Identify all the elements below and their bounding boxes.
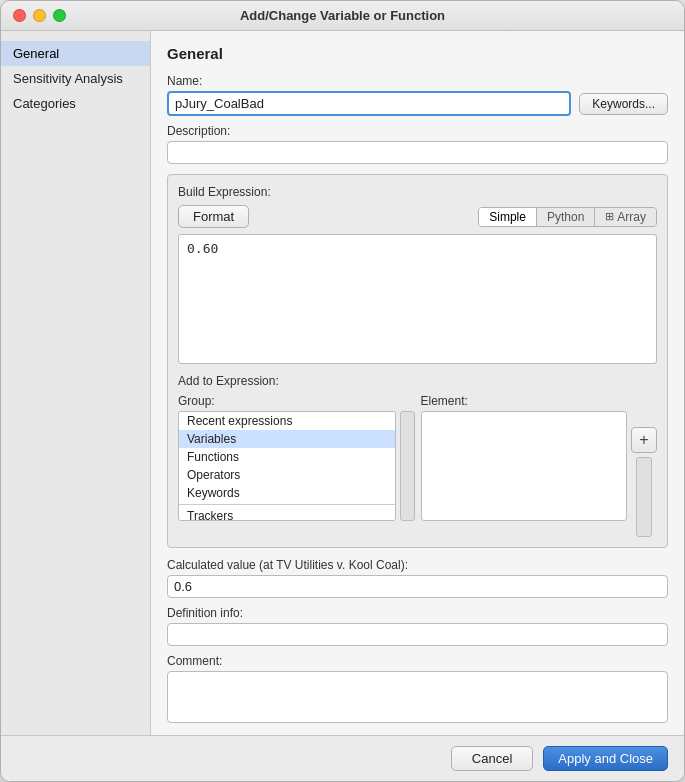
name-row: Keywords... [167,91,668,116]
list-item[interactable]: Keywords [179,484,395,502]
list-item[interactable]: Variables [179,430,395,448]
main-window: Add/Change Variable or Function General … [0,0,685,782]
comment-label: Comment: [167,654,668,668]
element-scrollbar[interactable] [636,457,652,537]
add-to-expression-cols: Group: Recent expressions Variables Func… [178,394,657,537]
comment-textarea[interactable] [167,671,668,723]
section-title: General [167,45,668,62]
cancel-button[interactable]: Cancel [451,746,533,771]
expression-toolbar: Format Simple Python ⊞ Array [178,205,657,228]
list-item[interactable]: Trackers [179,504,395,521]
calculated-value-input[interactable] [167,575,668,598]
array-icon: ⊞ [605,210,614,223]
group-label: Group: [178,394,415,408]
maximize-button[interactable] [53,9,66,22]
mode-array-button[interactable]: ⊞ Array [595,208,656,226]
sidebar-item-categories[interactable]: Categories [1,91,150,116]
content-area: General Name: Keywords... Description: B… [151,31,684,735]
list-item[interactable]: Recent expressions [179,412,395,430]
description-label: Description: [167,124,668,138]
footer: Cancel Apply and Close [1,735,684,781]
mode-simple-button[interactable]: Simple [479,208,537,226]
main-content: General Sensitivity Analysis Categories … [1,31,684,735]
name-input[interactable] [167,91,571,116]
list-item[interactable]: Operators [179,466,395,484]
expression-area[interactable]: 0.60 [178,234,657,364]
format-button[interactable]: Format [178,205,249,228]
keywords-button[interactable]: Keywords... [579,93,668,115]
sidebar: General Sensitivity Analysis Categories [1,31,151,735]
element-col: Element: + [421,394,658,537]
close-button[interactable] [13,9,26,22]
apply-close-button[interactable]: Apply and Close [543,746,668,771]
group-list[interactable]: Recent expressions Variables Functions O… [178,411,396,521]
name-label: Name: [167,74,668,88]
array-label: Array [617,210,646,224]
minimize-button[interactable] [33,9,46,22]
window-controls [13,9,66,22]
mode-python-button[interactable]: Python [537,208,595,226]
add-to-expression-label: Add to Expression: [178,374,657,388]
title-bar: Add/Change Variable or Function [1,1,684,31]
build-expression-label: Build Expression: [178,185,657,199]
definition-info-label: Definition info: [167,606,668,620]
mode-buttons: Simple Python ⊞ Array [478,207,657,227]
element-label: Element: [421,394,658,408]
root-definition-box: Build Expression: Format Simple Python ⊞… [167,174,668,548]
calculated-value-row: Calculated value (at TV Utilities v. Koo… [167,558,668,598]
group-col: Group: Recent expressions Variables Func… [178,394,415,537]
calculated-value-label: Calculated value (at TV Utilities v. Koo… [167,558,668,572]
description-input[interactable] [167,141,668,164]
sidebar-item-general[interactable]: General [1,41,150,66]
element-list[interactable] [421,411,628,521]
footer-buttons: Cancel Apply and Close [451,746,668,771]
list-item[interactable]: Functions [179,448,395,466]
window-title: Add/Change Variable or Function [240,8,445,23]
add-to-expression-button[interactable]: + [631,427,657,453]
definition-info-input[interactable] [167,623,668,646]
group-scrollbar[interactable] [400,411,415,521]
sidebar-item-sensitivity[interactable]: Sensitivity Analysis [1,66,150,91]
expression-value: 0.60 [187,241,218,256]
